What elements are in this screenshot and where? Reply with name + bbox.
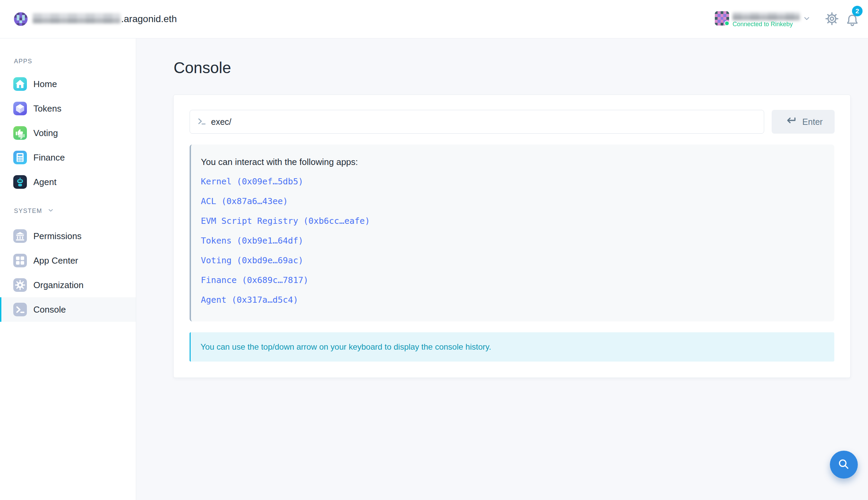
user-name-redacted [733,12,800,20]
settings-button[interactable] [823,10,841,29]
sidebar-item-voting[interactable]: Voting [0,121,136,145]
sidebar-item-console[interactable]: Console [0,297,136,322]
chevron-down-icon [803,14,811,22]
app-link-agent[interactable]: Agent (0x317a…d5c4) [201,295,298,305]
tokens-app-icon [13,102,27,115]
gear-icon [824,23,840,28]
console-card: Enter You can interact with the followin… [173,94,850,378]
sidebar-item-home[interactable]: Home [0,72,136,96]
app-link-evm-registry[interactable]: EVM Script Registry (0xb6cc…eafe) [201,216,370,226]
sidebar-item-app-center[interactable]: App Center [0,248,136,273]
sidebar-system-header[interactable]: SYSTEM [14,206,54,216]
organization-icon [13,278,27,292]
console-icon [13,303,27,316]
search-fab[interactable] [830,451,858,479]
permissions-icon [13,229,27,243]
account-menu-button[interactable]: Connected to Rinkeby [711,0,814,38]
console-history-hint: You can use the top/down arrow on your k… [190,332,834,362]
topbar: .aragonid.eth Connected to Rinkeby [0,0,868,38]
sidebar-item-agent[interactable]: Agent [0,170,136,194]
chevron-down-icon [47,206,54,216]
home-app-icon [13,77,27,91]
aragon-app: .aragonid.eth Connected to Rinkeby [0,0,868,500]
output-intro: You can interact with the following apps… [201,157,827,167]
sidebar-item-finance[interactable]: Finance [0,145,136,170]
console-command-input[interactable] [211,117,757,127]
online-status-dot [724,21,730,26]
enter-button[interactable]: Enter [772,110,835,134]
org-domain: .aragonid.eth [121,0,177,38]
voting-app-icon [13,126,27,140]
console-output: You can interact with the following apps… [190,145,834,321]
sidebar-item-organization[interactable]: Organization [0,273,136,297]
network-status: Connected to Rinkeby [733,21,793,28]
agent-app-icon [13,175,27,189]
enter-arrow-icon [783,114,797,129]
console-prompt-icon [197,116,207,127]
sidebar-item-permissions[interactable]: Permissions [0,224,136,248]
command-field [190,110,764,134]
sidebar-item-tokens[interactable]: Tokens [0,96,136,121]
app-link-voting[interactable]: Voting (0xbd9e…69ac) [201,255,303,266]
notification-count-badge[interactable]: 2 [852,6,863,16]
bell-icon [845,24,860,29]
org-name-redacted [33,13,121,23]
app-link-tokens[interactable]: Tokens (0xb9e1…64df) [201,236,303,246]
app-link-finance[interactable]: Finance (0x689c…7817) [201,275,308,285]
sidebar-apps-header: APPS [14,58,32,65]
app-link-acl[interactable]: ACL (0x87a6…43ee) [201,196,288,206]
search-icon [836,457,851,473]
org-avatar[interactable] [14,12,27,26]
finance-app-icon [13,151,27,164]
sidebar: APPS Home Tokens [0,38,136,500]
app-link-kernel[interactable]: Kernel (0x09ef…5db5) [201,177,303,187]
page-title: Console [174,58,231,77]
app-center-icon [13,254,27,268]
